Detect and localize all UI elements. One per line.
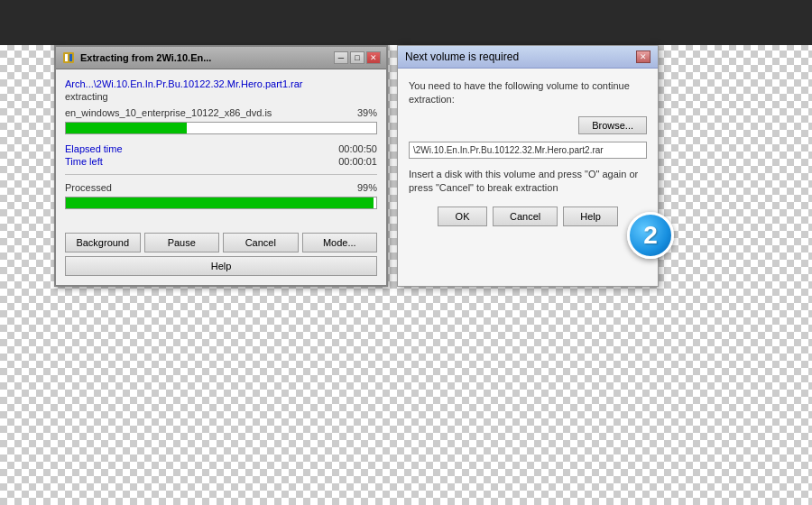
cancel-button[interactable]: Cancel [223,233,299,252]
timeleft-value: 00:00:01 [338,156,377,167]
winrar-buttons: Background Pause Cancel Mode... Help [56,227,386,285]
processed-row: Processed 99% [65,182,377,193]
svg-rect-1 [65,54,68,61]
badge-number: 2 [627,212,674,259]
file-progress-fill [66,123,187,133]
background-button[interactable]: Background [65,233,141,252]
processed-percent: 99% [357,182,377,193]
next-vol-close-button[interactable]: ✕ [636,50,651,63]
winrar-icon [61,50,76,65]
close-button[interactable]: ✕ [366,51,381,64]
mode-button[interactable]: Mode... [302,233,378,252]
elapsed-row: Elapsed time 00:00:50 [65,143,377,154]
next-volume-dialog: Next volume is required ✕ You need to ha… [397,45,659,287]
next-vol-title: Next volume is required [405,50,519,63]
top-bar [0,0,812,45]
browse-button[interactable]: Browse... [578,116,647,134]
minimize-button[interactable]: ─ [334,51,348,64]
file-action: extracting [65,91,377,102]
winrar-dialog: Extracting from 2Wi.10.En... ─ □ ✕ Arch.… [54,45,388,287]
elapsed-label: Elapsed time [65,143,123,154]
timeleft-row: Time left 00:00:01 [65,156,377,167]
winrar-title: Extracting from 2Wi.10.En... [80,52,211,63]
titlebar-left: Extracting from 2Wi.10.En... [61,50,211,65]
file-progress-row: en_windows_10_enterprise_10122_x86_dvd.i… [65,107,377,118]
browse-btn-row: Browse... [409,116,647,134]
next-vol-message: You need to have the following volume to… [409,79,647,107]
svg-rect-2 [69,54,72,61]
file-name: en_windows_10_enterprise_10122_x86_dvd.i… [65,107,272,118]
titlebar-buttons: ─ □ ✕ [334,51,381,64]
pause-button[interactable]: Pause [144,233,220,252]
elapsed-value: 00:00:50 [338,143,377,154]
next-vol-titlebar: Next volume is required ✕ [398,46,658,69]
separator [65,174,377,175]
cancel-button[interactable]: Cancel [493,207,558,226]
winrar-content: Arch...\2Wi.10.En.In.Pr.Bu.10122.32.Mr.H… [56,69,386,227]
volume-path-input[interactable] [409,142,647,159]
svg-rect-0 [63,52,74,63]
next-vol-content: You need to have the following volume to… [398,69,658,243]
dialogs-container: Extracting from 2Wi.10.En... ─ □ ✕ Arch.… [54,45,659,287]
help-button[interactable]: Help [563,207,618,226]
file-path: Arch...\2Wi.10.En.In.Pr.Bu.10122.32.Mr.H… [65,78,377,89]
next-vol-buttons: OK Cancel Help [409,207,647,226]
timeleft-label: Time left [65,156,103,167]
processed-label: Processed [65,182,112,193]
processed-progress-bar [65,197,377,209]
processed-progress-fill [66,197,374,208]
restore-button[interactable]: □ [350,51,364,64]
insert-message: Insert a disk with this volume and press… [409,168,647,196]
file-percent: 39% [357,107,377,118]
file-progress-bar [65,122,377,134]
help-button[interactable]: Help [65,256,377,276]
ok-button[interactable]: OK [438,207,487,226]
winrar-titlebar: Extracting from 2Wi.10.En... ─ □ ✕ [56,47,386,69]
